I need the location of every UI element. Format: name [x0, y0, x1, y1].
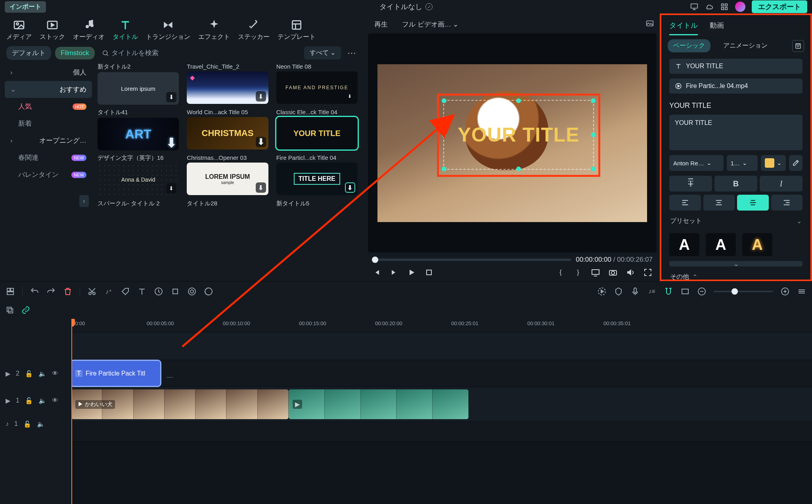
sidebar-item-popular[interactable]: 人気HOT: [5, 98, 92, 115]
tab-stickers[interactable]: ステッカー: [238, 19, 270, 41]
preset-item[interactable]: A: [742, 233, 772, 256]
filter-dropdown[interactable]: すべて ⌄: [304, 46, 341, 59]
sidebar-item-spring[interactable]: 春関連NEW: [5, 149, 92, 166]
render-icon[interactable]: [597, 287, 607, 296]
eye-icon[interactable]: 👁: [52, 370, 58, 377]
download-icon[interactable]: ⬇: [166, 138, 176, 148]
color-dropdown[interactable]: ⌄: [761, 155, 786, 171]
text-tool-icon[interactable]: [137, 287, 147, 296]
download-icon[interactable]: ⬇: [345, 182, 355, 193]
save-preset-button[interactable]: [792, 40, 804, 52]
track-row-empty[interactable]: [71, 332, 812, 360]
zoom-fit-button[interactable]: [797, 287, 806, 296]
download-icon[interactable]: ⬇: [345, 91, 355, 102]
mic-icon[interactable]: [630, 287, 640, 296]
title-card[interactable]: Travel_Chic_Title_2◆⬇: [187, 63, 268, 105]
more-menu[interactable]: ⋯: [345, 48, 358, 58]
track-head-a1[interactable]: ♪1 🔓 🔈: [0, 414, 71, 434]
mute-icon[interactable]: 🔈: [38, 397, 46, 404]
volume-icon[interactable]: [626, 268, 635, 277]
layout-icon[interactable]: [6, 287, 15, 296]
brace-open-icon[interactable]: {: [556, 268, 565, 277]
sidebar-collapse-button[interactable]: ‹: [79, 195, 89, 207]
strikethrough-button[interactable]: T: [669, 176, 712, 192]
track-row-v2[interactable]: T Fire Particle Pack Titl —: [71, 360, 812, 387]
title-card[interactable]: スパークル- タイトル 2: [98, 200, 179, 207]
download-icon[interactable]: ⬇: [256, 91, 266, 102]
display-icon[interactable]: [591, 268, 600, 277]
align-left-button[interactable]: [669, 195, 701, 211]
tab-effects[interactable]: エフェクト: [198, 19, 230, 41]
sidebar-item-valentine[interactable]: バレンタインNEW: [5, 166, 92, 183]
title-card[interactable]: タイトル28: [187, 200, 268, 207]
clip-video2[interactable]: ▶: [289, 389, 469, 419]
speed-icon[interactable]: [154, 287, 163, 296]
duplicate-icon[interactable]: [6, 306, 14, 314]
tab-media[interactable]: メディア: [6, 19, 32, 41]
sidebar-item-new[interactable]: 新着: [5, 115, 92, 132]
sidebar-item-personal[interactable]: › 個人: [5, 64, 92, 81]
italic-button[interactable]: I: [760, 176, 802, 192]
bold-button[interactable]: B: [714, 176, 757, 192]
track-head-v2[interactable]: ▶2 🔓 🔈 👁: [0, 360, 71, 387]
track-head-v1[interactable]: ▶1 🔓 🔈 👁: [0, 387, 71, 414]
track-row-a1[interactable]: [71, 422, 812, 442]
title-card[interactable]: World Cin...ack Title 05CHRISTMAS⬇: [187, 109, 268, 150]
tracks-area[interactable]: 00:00 00:00:05:00 00:00:10:00 00:00:15:0…: [71, 319, 812, 504]
title-card[interactable]: Classic Ele...ck Title 04YOUR TITLE: [276, 109, 358, 150]
marker-icon[interactable]: [614, 287, 623, 296]
download-icon[interactable]: ⬇: [166, 183, 176, 194]
zoom-slider[interactable]: [714, 291, 773, 292]
mute-icon[interactable]: 🔈: [38, 370, 46, 378]
source-default[interactable]: デフォルト: [6, 46, 51, 60]
title-card[interactable]: Christmas...Opener 03LOREM IPSUMsample⬇: [187, 154, 268, 196]
eyedropper-button[interactable]: [789, 155, 802, 171]
snap-icon[interactable]: [664, 287, 673, 296]
snapshot-icon[interactable]: [645, 19, 654, 28]
source-filmstock[interactable]: Filmstock: [55, 47, 95, 59]
align-right-button[interactable]: [771, 195, 803, 211]
redo-button[interactable]: [46, 287, 56, 296]
title-card[interactable]: 新タイトル5: [276, 200, 358, 207]
zoom-out-button[interactable]: [697, 287, 707, 296]
title-bounding-box[interactable]: YOUR TITLE: [443, 100, 594, 170]
layer-video-item[interactable]: Fire Partic...le 04.mp4: [669, 79, 802, 94]
title-card[interactable]: 新タイトル2Lorem ipsum⬇: [98, 63, 179, 105]
monitor-icon[interactable]: [690, 2, 699, 11]
import-button[interactable]: インポート: [5, 1, 46, 13]
tab-audio[interactable]: オーディオ: [73, 19, 105, 41]
lock-icon[interactable]: 🔓: [25, 397, 33, 404]
mixer-icon[interactable]: ♪≡: [647, 287, 657, 296]
playhead[interactable]: [71, 319, 72, 504]
title-card[interactable]: デザイン文字（英字）16Anna & David⬇: [98, 154, 179, 196]
preset-item[interactable]: A: [706, 233, 736, 256]
grid-icon[interactable]: [720, 2, 729, 11]
link-icon[interactable]: [21, 306, 30, 314]
zoom-in-button[interactable]: [780, 287, 790, 296]
preset-expand-button[interactable]: ⌄: [669, 261, 802, 266]
next-frame-button[interactable]: [389, 268, 399, 277]
title-text-input[interactable]: YOUR TITLE: [669, 115, 802, 150]
tag-icon[interactable]: [121, 287, 130, 296]
tab-transitions[interactable]: トランジション: [146, 19, 190, 41]
cut-button[interactable]: [87, 287, 97, 296]
play-button[interactable]: [407, 268, 416, 277]
preset-section[interactable]: プリセット⌄: [666, 212, 806, 230]
title-card[interactable]: Neon Title 08FAME AND PRESTIGE⬇: [276, 63, 358, 105]
download-icon[interactable]: ⬇: [166, 92, 176, 102]
layer-text-item[interactable]: YOUR TITLE: [669, 59, 802, 74]
inspector-tab-title[interactable]: タイトル: [669, 19, 698, 35]
undo-button[interactable]: [30, 287, 39, 296]
stop-button[interactable]: [424, 268, 434, 277]
preview-canvas[interactable]: YOUR TITLE: [377, 64, 647, 222]
subtab-animation[interactable]: アニメーション: [718, 39, 773, 52]
prev-frame-button[interactable]: [372, 268, 381, 277]
fullscreen-icon[interactable]: [643, 268, 653, 277]
align-center2-button[interactable]: [737, 195, 769, 211]
camera-icon[interactable]: [608, 268, 618, 277]
inspector-tab-video[interactable]: 動画: [710, 19, 724, 35]
time-ruler[interactable]: 00:00 00:00:05:00 00:00:10:00 00:00:15:0…: [71, 319, 812, 332]
fontsize-dropdown[interactable]: 1…⌄: [727, 155, 758, 171]
crop-icon[interactable]: [170, 287, 180, 296]
clip-video1[interactable]: ▶ かわいい犬: [71, 389, 289, 419]
